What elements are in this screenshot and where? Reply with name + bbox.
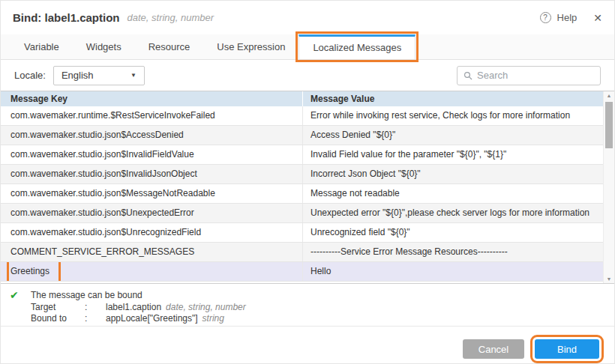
bind-button[interactable]: Bind <box>535 339 599 359</box>
table-row[interactable]: com.wavemaker.runtime.$RestServiceInvoke… <box>1 106 615 126</box>
table-header-row: Message Key Message Value <box>1 91 615 106</box>
message-value-cell: Invalid Field value for the parameter "$… <box>303 145 604 164</box>
table-row[interactable]: com.wavemaker.studio.json$UnexpectedErro… <box>1 204 615 223</box>
message-key-cell: com.wavemaker.studio.json$UnexpectedErro… <box>1 204 303 222</box>
table-row[interactable]: com.wavemaker.studio.json$AccessDenied A… <box>1 126 615 145</box>
tab-bar: Variable Widgets Resource Use Expression… <box>1 34 614 60</box>
column-header-message-key: Message Key <box>1 91 303 106</box>
scrollbar-thumb[interactable] <box>605 102 613 148</box>
check-icon: ✔ <box>10 289 19 301</box>
table-scrollbar[interactable]: ▲ ▼ <box>603 91 614 283</box>
footer: Cancel Bind <box>1 327 614 359</box>
bound-to-value: appLocale["Greetings"] <box>106 313 198 324</box>
messages-table: Message Key Message Value com.wavemaker.… <box>1 91 615 284</box>
message-key-cell: Greetings <box>1 262 303 281</box>
tab-localized-messages[interactable]: Localized Messages <box>298 34 416 59</box>
message-value-cell: Hello <box>303 262 604 281</box>
scroll-down-icon[interactable]: ▼ <box>604 276 614 282</box>
message-key-cell: com.wavemaker.studio.json$AccessDenied <box>1 126 303 145</box>
message-value-cell: Message not readable <box>303 184 604 203</box>
table-row[interactable]: Greetings Hello <box>1 262 615 282</box>
bound-to-type: string <box>202 313 224 324</box>
target-types: date, string, number <box>166 302 246 313</box>
message-value-cell: Unrecognized field "${0}" <box>303 223 604 242</box>
search-input[interactable] <box>477 70 594 81</box>
cancel-button[interactable]: Cancel <box>463 339 524 359</box>
scroll-up-icon[interactable]: ▲ <box>604 93 614 98</box>
table-row[interactable]: com.wavemaker.studio.json$MessageNotRead… <box>1 184 615 204</box>
message-key-cell: com.wavemaker.studio.json$InvalidJsonObj… <box>1 165 303 183</box>
message-key-cell: com.wavemaker.runtime.$RestServiceInvoke… <box>1 106 303 125</box>
message-value-cell: Incorrect Json Object "${0}" <box>303 165 604 183</box>
toolbar: Locale: English ▼ <box>1 60 614 91</box>
target-value: label1.caption <box>106 302 161 313</box>
tab-resource[interactable]: Resource <box>135 34 204 59</box>
dialog-subtitle-types: date, string, number <box>128 12 214 23</box>
help-link[interactable]: Help <box>557 12 578 23</box>
table-filler <box>1 282 615 283</box>
search-box[interactable] <box>457 66 601 85</box>
status-message: The message can be bound <box>31 290 142 302</box>
message-value-cell: Error while invoking rest service, Check… <box>303 106 604 125</box>
column-header-message-value: Message Value <box>303 91 604 106</box>
message-key-cell: com.wavemaker.studio.json$InvalidFieldVa… <box>1 145 303 164</box>
bind-dialog: Bind: label1.caption date, string, numbe… <box>0 0 615 364</box>
binding-status-panel: ✔ The message can be bound Target : labe… <box>1 284 614 326</box>
tab-widgets[interactable]: Widgets <box>73 34 135 59</box>
locale-selected-value: English <box>62 70 94 81</box>
message-value-cell: Unexpected error "${0}",please check ser… <box>303 204 604 222</box>
help-icon[interactable]: ? <box>540 12 551 23</box>
message-key-cell: com.wavemaker.studio.json$MessageNotRead… <box>1 184 303 203</box>
message-key-cell: com.wavemaker.studio.json$UnrecognizedFi… <box>1 223 303 242</box>
chevron-down-icon: ▼ <box>130 72 136 79</box>
message-value-cell: ----------Service Error Message Resource… <box>303 243 604 261</box>
bound-to-label: Bound to <box>31 313 85 324</box>
search-icon <box>464 71 472 80</box>
table-row[interactable]: COMMENT_SERVICE_ERROR_MESSAGES ---------… <box>1 243 615 262</box>
table-row[interactable]: com.wavemaker.studio.json$InvalidJsonObj… <box>1 165 615 184</box>
table-body: com.wavemaker.runtime.$RestServiceInvoke… <box>1 106 615 282</box>
close-icon[interactable]: ✕ <box>593 12 602 24</box>
target-label: Target <box>31 302 85 313</box>
table-row[interactable]: com.wavemaker.studio.json$InvalidFieldVa… <box>1 145 615 165</box>
message-value-cell: Access Denied "${0}" <box>303 126 604 145</box>
dialog-header: Bind: label1.caption date, string, numbe… <box>1 1 614 34</box>
tab-use-expression[interactable]: Use Expression <box>203 34 298 59</box>
dialog-title: Bind: label1.caption <box>13 11 120 24</box>
locale-select[interactable]: English ▼ <box>53 66 145 85</box>
tab-variable[interactable]: Variable <box>10 34 73 59</box>
message-key-cell: COMMENT_SERVICE_ERROR_MESSAGES <box>1 243 303 261</box>
locale-label: Locale: <box>14 70 46 81</box>
table-row[interactable]: com.wavemaker.studio.json$UnrecognizedFi… <box>1 223 615 243</box>
